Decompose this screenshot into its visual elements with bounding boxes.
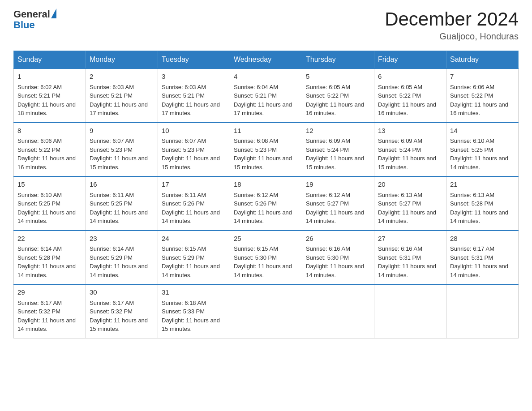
calendar-week-row: 1Sunrise: 6:02 AMSunset: 5:21 PMDaylight… [14,68,519,123]
day-number: 22 [17,234,82,244]
day-number: 10 [162,126,226,136]
day-number: 17 [162,180,226,190]
table-row: 5Sunrise: 6:05 AMSunset: 5:22 PMDaylight… [302,68,374,123]
table-row: 18Sunrise: 6:12 AMSunset: 5:26 PMDayligh… [230,176,302,231]
calendar-week-row: 29Sunrise: 6:17 AMSunset: 5:32 PMDayligh… [14,284,519,338]
table-row: 14Sunrise: 6:10 AMSunset: 5:25 PMDayligh… [446,123,519,177]
table-row: 31Sunrise: 6:18 AMSunset: 5:33 PMDayligh… [158,284,230,338]
table-row [374,284,446,338]
location-title: Gualjoco, Honduras [385,31,519,42]
table-row: 28Sunrise: 6:17 AMSunset: 5:31 PMDayligh… [446,231,519,285]
table-row [446,284,519,338]
table-row [230,284,302,338]
day-number: 16 [90,180,154,190]
day-number: 23 [90,234,154,244]
day-number: 30 [90,287,154,298]
day-number: 4 [234,72,298,82]
calendar-week-row: 22Sunrise: 6:14 AMSunset: 5:28 PMDayligh… [14,231,519,285]
logo-text-general: General [13,9,50,20]
table-row: 22Sunrise: 6:14 AMSunset: 5:28 PMDayligh… [14,231,86,285]
day-number: 29 [17,287,82,298]
header-tuesday: Tuesday [158,51,230,69]
table-row: 11Sunrise: 6:08 AMSunset: 5:23 PMDayligh… [230,123,302,177]
day-number: 19 [306,180,370,190]
header-saturday: Saturday [446,51,519,69]
table-row: 25Sunrise: 6:15 AMSunset: 5:30 PMDayligh… [230,231,302,285]
table-row: 10Sunrise: 6:07 AMSunset: 5:23 PMDayligh… [158,123,230,177]
table-row: 27Sunrise: 6:16 AMSunset: 5:31 PMDayligh… [374,231,446,285]
day-number: 7 [450,72,515,82]
logo: General Blue [13,9,56,30]
day-number: 13 [378,126,442,136]
table-row: 20Sunrise: 6:13 AMSunset: 5:27 PMDayligh… [374,176,446,231]
table-row: 12Sunrise: 6:09 AMSunset: 5:24 PMDayligh… [302,123,374,177]
day-number: 3 [162,72,226,82]
day-number: 25 [234,234,298,244]
day-number: 20 [378,180,442,190]
table-row: 1Sunrise: 6:02 AMSunset: 5:21 PMDaylight… [14,68,86,123]
day-number: 24 [162,234,226,244]
table-row: 8Sunrise: 6:06 AMSunset: 5:22 PMDaylight… [14,123,86,177]
day-number: 18 [234,180,298,190]
day-number: 21 [450,180,515,190]
calendar-week-row: 15Sunrise: 6:10 AMSunset: 5:25 PMDayligh… [14,176,519,231]
day-number: 26 [306,234,370,244]
day-number: 1 [17,72,82,82]
table-row: 16Sunrise: 6:11 AMSunset: 5:25 PMDayligh… [86,176,158,231]
weekday-header-row: Sunday Monday Tuesday Wednesday Thursday… [14,51,519,69]
header-sunday: Sunday [14,51,86,69]
table-row: 9Sunrise: 6:07 AMSunset: 5:23 PMDaylight… [86,123,158,177]
day-number: 14 [450,126,515,136]
table-row: 19Sunrise: 6:12 AMSunset: 5:27 PMDayligh… [302,176,374,231]
logo-text-blue: Blue [13,20,56,30]
table-row: 4Sunrise: 6:04 AMSunset: 5:21 PMDaylight… [230,68,302,123]
day-number: 5 [306,72,370,82]
day-number: 12 [306,126,370,136]
table-row: 2Sunrise: 6:03 AMSunset: 5:21 PMDaylight… [86,68,158,123]
header-monday: Monday [86,51,158,69]
table-row: 17Sunrise: 6:11 AMSunset: 5:26 PMDayligh… [158,176,230,231]
day-number: 28 [450,234,515,244]
table-row: 29Sunrise: 6:17 AMSunset: 5:32 PMDayligh… [14,284,86,338]
day-number: 27 [378,234,442,244]
day-number: 6 [378,72,442,82]
header-wednesday: Wednesday [230,51,302,69]
table-row: 15Sunrise: 6:10 AMSunset: 5:25 PMDayligh… [14,176,86,231]
table-row: 21Sunrise: 6:13 AMSunset: 5:28 PMDayligh… [446,176,519,231]
day-number: 11 [234,126,298,136]
table-row: 3Sunrise: 6:03 AMSunset: 5:21 PMDaylight… [158,68,230,123]
table-row: 6Sunrise: 6:05 AMSunset: 5:22 PMDaylight… [374,68,446,123]
table-row [302,284,374,338]
day-number: 9 [90,126,154,136]
header-thursday: Thursday [302,51,374,69]
day-number: 15 [17,180,82,190]
table-row: 24Sunrise: 6:15 AMSunset: 5:29 PMDayligh… [158,231,230,285]
page-header: General Blue December 2024 Gualjoco, Hon… [13,9,519,42]
logo-triangle-icon [51,9,56,18]
header-friday: Friday [374,51,446,69]
table-row: 23Sunrise: 6:14 AMSunset: 5:29 PMDayligh… [86,231,158,285]
day-number: 31 [162,287,226,298]
table-row: 7Sunrise: 6:06 AMSunset: 5:22 PMDaylight… [446,68,519,123]
day-number: 8 [17,126,82,136]
month-title: December 2024 [385,9,519,30]
table-row: 13Sunrise: 6:09 AMSunset: 5:24 PMDayligh… [374,123,446,177]
title-section: December 2024 Gualjoco, Honduras [385,9,519,42]
table-row: 26Sunrise: 6:16 AMSunset: 5:30 PMDayligh… [302,231,374,285]
table-row: 30Sunrise: 6:17 AMSunset: 5:32 PMDayligh… [86,284,158,338]
day-number: 2 [90,72,154,82]
calendar-table: Sunday Monday Tuesday Wednesday Thursday… [13,51,519,338]
calendar-week-row: 8Sunrise: 6:06 AMSunset: 5:22 PMDaylight… [14,123,519,177]
